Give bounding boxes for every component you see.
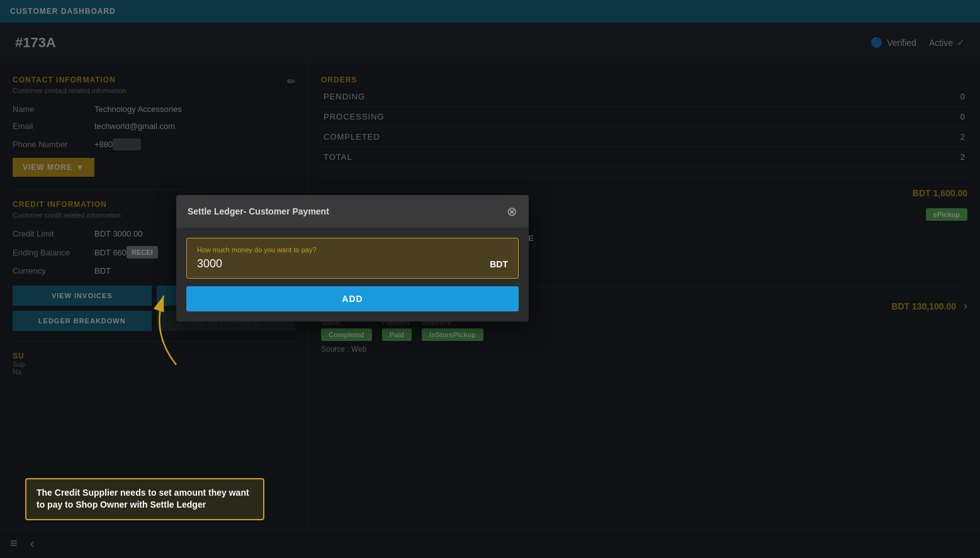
modal-header: Settle Ledger- Customer Payment ⊗ — [176, 195, 529, 228]
modal-close-button[interactable]: ⊗ — [507, 204, 517, 219]
modal-input-label: How much money do you want to pay? — [197, 246, 508, 254]
add-button[interactable]: ADD — [186, 286, 519, 311]
modal-body: How much money do you want to pay? BDT A… — [176, 228, 529, 321]
payment-amount-input[interactable] — [197, 257, 490, 271]
tooltip-box: The Credit Supplier needs to set amount … — [25, 478, 264, 520]
modal-currency: BDT — [490, 259, 508, 269]
modal-title: Settle Ledger- Customer Payment — [188, 206, 329, 216]
modal-input-row: BDT — [197, 257, 508, 271]
settle-ledger-modal: Settle Ledger- Customer Payment ⊗ How mu… — [176, 195, 529, 321]
tooltip-text: The Credit Supplier needs to set amount … — [37, 488, 249, 510]
modal-input-group: How much money do you want to pay? BDT — [186, 238, 519, 279]
